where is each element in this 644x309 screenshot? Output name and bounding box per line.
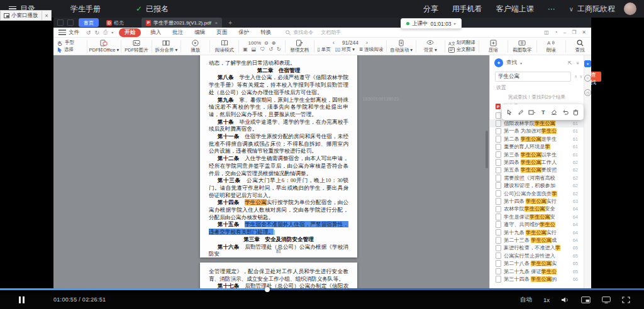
find-result-item[interactable]: 公寓实行禁止异性进入65	[490, 252, 584, 259]
find-result-item[interactable]: 第二十三条 学生公寓成64	[490, 236, 584, 244]
close-icon[interactable]: ×	[576, 60, 579, 66]
pause-button[interactable]	[19, 296, 25, 303]
platform-item-用手机看[interactable]: 用手机看	[452, 4, 482, 14]
toolbar-划词翻译-button[interactable]: A文划词翻译	[448, 40, 475, 46]
volume-icon[interactable]	[561, 296, 570, 303]
class-status-badge[interactable]: 上课中 01:01:03 ▾	[401, 18, 462, 29]
toolbar-PDF转Office-button[interactable]: PDF转Office ▾	[90, 40, 118, 53]
pen-icon[interactable]	[518, 109, 524, 116]
find-result-item[interactable]: 第一条 为加强对学生公61	[490, 127, 584, 135]
tab-close-icon[interactable]: ×	[215, 20, 218, 26]
chevron-down-icon[interactable]: ▾	[520, 61, 522, 65]
find-settings-link[interactable]: 设置	[490, 83, 584, 92]
progress-knob[interactable]	[265, 287, 270, 292]
next-page-icon[interactable]: ›	[366, 40, 368, 46]
prev-page-icon[interactable]: ‹	[333, 40, 335, 46]
view-icon[interactable]: ⬓	[252, 46, 257, 52]
tab-home[interactable]: 首页	[79, 18, 99, 27]
print-icon[interactable]: ⎙	[103, 29, 108, 36]
prev-match-icon[interactable]: ∧	[574, 74, 577, 79]
find-result-item[interactable]: 第五条 学生公寓要按照62	[490, 166, 584, 174]
chevron-down-icon[interactable]: ▾	[111, 30, 113, 35]
find-result-item[interactable]: 第十九条 学生公寓实行64	[490, 229, 584, 236]
toolbar-播放-button[interactable]: 播放	[184, 40, 206, 53]
menu-tab-批注[interactable]: 批注	[167, 29, 189, 36]
view-mode-▯ 单页[interactable]: ▯ 单页	[318, 46, 331, 53]
document-area[interactable]: 动态，了解学生的日常活动和表现。第二章 住宿管理第八条 学生入住公寓，必须严格遵…	[53, 55, 489, 290]
toolbar-查找-button[interactable]: 查找	[569, 40, 591, 53]
find-result-item[interactable]: 第三条 学生公寓以学生61	[490, 151, 584, 158]
toolbar-截图取字-button[interactable]: 截图取字	[511, 40, 533, 53]
view-icon[interactable]: ↻	[277, 46, 281, 52]
window-control-icon[interactable]: –	[564, 30, 566, 35]
monitor-icon[interactable]	[602, 296, 611, 303]
fullscreen-icon[interactable]	[622, 296, 630, 303]
menu-tab-页面[interactable]: 页面	[211, 29, 233, 36]
shape-icon[interactable]	[528, 109, 536, 116]
toolbar-PDF转图片-button[interactable]: PDF转图片	[125, 40, 148, 53]
view-mode-≣ 连续阅读[interactable]: ≣ 连续阅读	[359, 46, 383, 53]
platform-item-分享[interactable]: 分享	[423, 4, 438, 14]
tab-docer[interactable]: D稻壳	[106, 19, 124, 26]
zoom-in-icon[interactable]: ⊕	[272, 40, 276, 46]
text-icon[interactable]: T	[541, 109, 546, 115]
view-mode-▯▯ 对页 ▾[interactable]: ▯▯ 对页 ▾	[335, 46, 355, 53]
find-result-item[interactable]: 第三十四条 学生公寓的66	[490, 275, 584, 283]
next-match-icon[interactable]: ∨	[579, 74, 582, 79]
pip-tooltip-close[interactable]: ×	[42, 11, 52, 20]
view-icon[interactable]: 🗨	[260, 46, 265, 52]
find-input[interactable]	[495, 72, 571, 82]
search-icon[interactable]: ⌕	[584, 75, 591, 82]
toolbar-背景-button[interactable]: 背景 ▾	[419, 40, 441, 53]
toolbar-拆分合并-button[interactable]: 拆分合并 ▾	[155, 40, 178, 53]
undo-icon[interactable]: ↺	[86, 30, 91, 36]
undo-icon[interactable]	[562, 109, 569, 115]
find-result-item[interactable]: 第十四条 学生公寓实行63	[490, 197, 584, 205]
speed-selector[interactable]: 1x	[543, 296, 550, 303]
find-result-item[interactable]: 建设和管理，积极参加62	[490, 182, 584, 190]
find-result-item[interactable]: 信阳农林学院学生公寓61	[490, 119, 584, 127]
find-result-item[interactable]: 第二条 学生公寓是学生61	[490, 135, 584, 143]
popout-icon[interactable]: ⇱	[568, 60, 572, 66]
new-tab-button[interactable]: +	[228, 19, 232, 26]
select-icon[interactable]	[507, 109, 513, 116]
find-result-item[interactable]: 第二十九条 保证学生公65	[490, 268, 584, 275]
window-control-icon[interactable]: ◔	[555, 30, 558, 35]
view-icon[interactable]: ▣	[243, 46, 248, 52]
menu-tab-插入[interactable]: 插入	[145, 29, 167, 36]
pip-icon[interactable]	[581, 296, 591, 303]
find-result-item[interactable]: 公司)公寓办全面负责学62	[490, 190, 584, 197]
menu-tab-开始[interactable]: 开始	[119, 28, 141, 37]
toolbar-自动滚动-button[interactable]: 自动滚动 ▾	[390, 40, 413, 53]
eraser-icon[interactable]	[551, 109, 557, 115]
panel-icon[interactable]: ✦	[584, 60, 591, 67]
menu-tab-转换[interactable]: 转换	[255, 29, 277, 36]
command-search[interactable]: 查找命令 文档助手	[286, 29, 341, 36]
zoom-out-icon[interactable]: ⊖	[264, 40, 269, 46]
document-scrollbar[interactable]	[486, 131, 488, 168]
user-avatar[interactable]	[624, 3, 636, 15]
toolbar-手型-button[interactable]: 手型	[57, 40, 84, 46]
tab-document[interactable]: P 学生手册2021.9(V1.2).pdf ×	[142, 18, 222, 28]
clock-icon[interactable]: ◷	[584, 89, 591, 96]
view-icon[interactable]: ↺	[269, 46, 273, 52]
platform-item-已报名[interactable]: ✓已报名	[136, 4, 169, 14]
toolbar-阅读模式-button[interactable]: 阅读模式	[213, 40, 235, 53]
platform-item-客户端上课[interactable]: 客户端上课	[496, 4, 534, 14]
toolbar-整理文档-button[interactable]: 整理文档	[289, 40, 311, 53]
find-result-item[interactable]: 遵守、共同维护学生公64	[490, 220, 584, 228]
toolbar-朗读-button[interactable]: A朗读	[540, 40, 562, 53]
platform-item-···[interactable]: ···	[548, 4, 555, 13]
trash-icon[interactable]	[573, 109, 579, 116]
toolbar-选择-button[interactable]: 选择	[57, 46, 84, 53]
platform-item-工商阮欣程[interactable]: ∨工商阮欣程	[569, 4, 615, 14]
toolbar-压缩-button[interactable]: 压缩	[482, 40, 504, 53]
quality-selector[interactable]: 自动	[520, 296, 532, 304]
find-result-item[interactable]: 重要的育人环境是学61	[490, 143, 584, 151]
find-result-item[interactable]: 第四条 学生公寓工作人62	[490, 158, 584, 166]
window-control-icon[interactable]: ◫	[544, 30, 549, 35]
file-menu[interactable]: 文件	[53, 28, 84, 36]
video-progress-bar[interactable]	[0, 288, 644, 290]
menu-tab-保护[interactable]: 保护	[233, 29, 255, 36]
find-result-item[interactable]: 学生是保证学生公寓安64	[490, 213, 584, 220]
